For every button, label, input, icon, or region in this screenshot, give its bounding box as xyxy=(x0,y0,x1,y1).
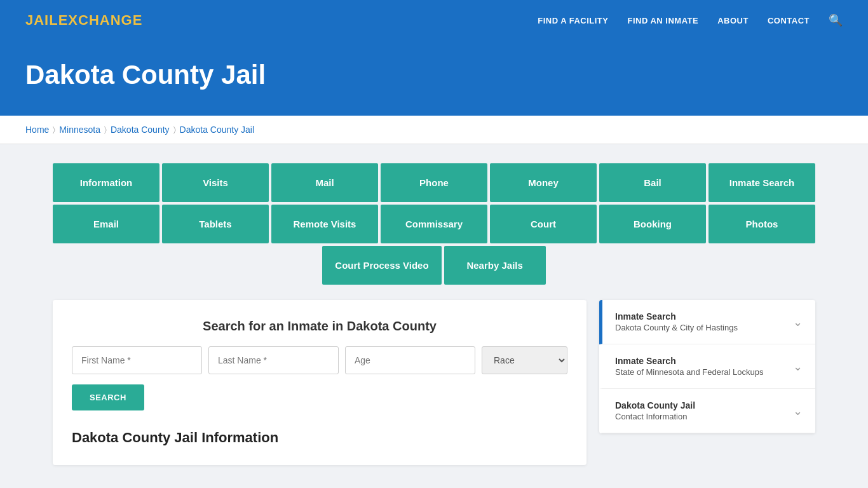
btn-money[interactable]: Money xyxy=(490,163,597,202)
search-icon[interactable]: 🔍 xyxy=(829,13,843,27)
search-button[interactable]: SEARCH xyxy=(72,384,144,410)
search-title: Search for an Inmate in Dakota County xyxy=(72,319,567,334)
sidebar-item-line1-1: Inmate Search xyxy=(615,311,738,322)
sidebar-item-line2-1: Dakota County & City of Hastings xyxy=(615,323,738,332)
btn-visits[interactable]: Visits xyxy=(162,163,269,202)
logo[interactable]: JAILEXCHANGE xyxy=(25,12,142,29)
race-select[interactable]: Race White Black Hispanic Asian Other xyxy=(482,346,567,374)
sidebar-item-text-2: Inmate Search State of Minnesota and Fed… xyxy=(615,356,763,377)
main-content: Information Visits Mail Phone Money Bail… xyxy=(27,144,841,484)
sidebar-item-line1-3: Dakota County Jail xyxy=(615,400,695,410)
btn-email[interactable]: Email xyxy=(53,205,159,243)
btn-booking[interactable]: Booking xyxy=(599,205,706,243)
sidebar: Inmate Search Dakota County & City of Ha… xyxy=(599,300,815,433)
hero-section: Dakota County Jail xyxy=(0,41,868,116)
info-section: Dakota County Jail Information xyxy=(72,430,567,446)
btn-remote-visits[interactable]: Remote Visits xyxy=(271,205,378,243)
breadcrumb-minnesota[interactable]: Minnesota xyxy=(59,125,100,135)
breadcrumb-sep3: 〉 xyxy=(173,125,176,134)
btn-information[interactable]: Information xyxy=(53,163,159,202)
navbar: JAILEXCHANGE FIND A FACILITY FIND AN INM… xyxy=(0,0,868,41)
sidebar-item-inmate-search-state[interactable]: Inmate Search State of Minnesota and Fed… xyxy=(599,344,815,389)
logo-exchange: EXCHANGE xyxy=(58,12,143,28)
btn-nearby-jails[interactable]: Nearby Jails xyxy=(444,246,546,285)
sidebar-item-contact-info[interactable]: Dakota County Jail Contact Information ⌄ xyxy=(599,389,815,433)
btn-commissary[interactable]: Commissary xyxy=(381,205,487,243)
btn-court-process-video[interactable]: Court Process Video xyxy=(322,246,441,285)
btn-photos[interactable]: Photos xyxy=(709,205,815,243)
chevron-down-icon-2: ⌄ xyxy=(793,360,803,374)
btn-court[interactable]: Court xyxy=(490,205,597,243)
breadcrumb-dakota-county[interactable]: Dakota County xyxy=(111,125,170,135)
nav-links: FIND A FACILITY FIND AN INMATE ABOUT CON… xyxy=(538,13,843,27)
btn-phone[interactable]: Phone xyxy=(381,163,487,202)
grid-row3: Court Process Video Nearby Jails xyxy=(53,246,815,285)
breadcrumb-jail[interactable]: Dakota County Jail xyxy=(180,125,255,135)
about-link[interactable]: ABOUT xyxy=(717,16,749,25)
page-title: Dakota County Jail xyxy=(25,60,843,90)
breadcrumb-home[interactable]: Home xyxy=(25,125,49,135)
info-title: Dakota County Jail Information xyxy=(72,430,567,446)
btn-tablets[interactable]: Tablets xyxy=(162,205,269,243)
breadcrumb: Home 〉 Minnesota 〉 Dakota County 〉 Dakot… xyxy=(25,125,843,135)
breadcrumb-sep1: 〉 xyxy=(53,125,55,134)
find-facility-link[interactable]: FIND A FACILITY xyxy=(538,16,608,25)
search-panel: Search for an Inmate in Dakota County Ra… xyxy=(53,300,587,465)
sidebar-item-text-1: Inmate Search Dakota County & City of Ha… xyxy=(615,311,738,332)
grid-row1: Information Visits Mail Phone Money Bail… xyxy=(53,163,815,202)
chevron-down-icon-3: ⌄ xyxy=(793,404,803,418)
sidebar-item-inmate-search-dakota[interactable]: Inmate Search Dakota County & City of Ha… xyxy=(599,300,815,344)
btn-mail[interactable]: Mail xyxy=(271,163,378,202)
lower-section: Search for an Inmate in Dakota County Ra… xyxy=(53,300,815,465)
btn-inmate-search[interactable]: Inmate Search xyxy=(709,163,815,202)
breadcrumb-bar: Home 〉 Minnesota 〉 Dakota County 〉 Dakot… xyxy=(0,116,868,144)
grid-row2: Email Tablets Remote Visits Commissary C… xyxy=(53,205,815,243)
sidebar-item-text-3: Dakota County Jail Contact Information xyxy=(615,400,695,421)
btn-bail[interactable]: Bail xyxy=(599,163,706,202)
chevron-down-icon-1: ⌄ xyxy=(793,315,803,329)
find-inmate-link[interactable]: FIND AN INMATE xyxy=(627,16,698,25)
sidebar-item-line2-2: State of Minnesota and Federal Lockups xyxy=(615,367,763,377)
first-name-input[interactable] xyxy=(72,346,202,374)
sidebar-item-line2-3: Contact Information xyxy=(615,412,695,421)
logo-jail: JAIL xyxy=(25,12,58,28)
age-input[interactable] xyxy=(345,346,475,374)
sidebar-item-line1-2: Inmate Search xyxy=(615,356,763,366)
last-name-input[interactable] xyxy=(208,346,339,374)
search-fields: Race White Black Hispanic Asian Other xyxy=(72,346,567,374)
breadcrumb-sep2: 〉 xyxy=(104,125,107,134)
contact-link[interactable]: CONTACT xyxy=(768,16,810,25)
